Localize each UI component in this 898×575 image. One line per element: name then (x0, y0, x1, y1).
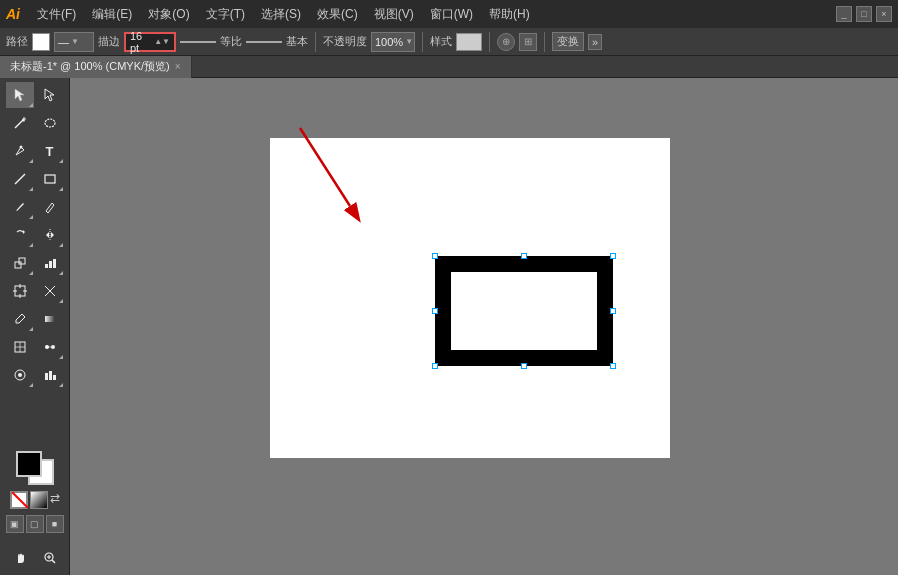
stroke-type-select[interactable]: — ▼ (54, 32, 94, 52)
menu-file[interactable]: 文件(F) (30, 4, 83, 25)
ratio-line-sample (246, 41, 282, 43)
tool-row-1 (6, 82, 64, 108)
tool-zoom[interactable] (36, 545, 64, 571)
tool-paintbrush[interactable] (6, 194, 34, 220)
tool-scale[interactable] (6, 250, 34, 276)
tool-text-arrow (59, 159, 63, 163)
tool-row-7 (6, 250, 64, 276)
app-logo: Ai (6, 6, 20, 22)
menu-select[interactable]: 选择(S) (254, 4, 308, 25)
tool-lasso[interactable] (36, 110, 64, 136)
svg-point-7 (19, 146, 22, 149)
view-modes-row: ▣ ▢ ■ (6, 515, 64, 533)
close-button[interactable]: × (876, 6, 892, 22)
style-label: 样式 (430, 34, 452, 49)
tool-gradient[interactable] (36, 306, 64, 332)
opacity-input[interactable]: 100% ▼ (371, 32, 415, 52)
menu-edit[interactable]: 编辑(E) (85, 4, 139, 25)
tool-pencil[interactable] (36, 194, 64, 220)
grid-icon[interactable]: ⊞ (519, 33, 537, 51)
svg-line-25 (22, 314, 25, 317)
menu-text[interactable]: 文字(T) (199, 4, 252, 25)
path-shape (435, 256, 613, 366)
svg-line-10 (46, 211, 48, 213)
tool-line-arrow (29, 187, 33, 191)
tool-magic-wand[interactable] (6, 110, 34, 136)
stroke-type-label: — (58, 36, 69, 48)
stroke-value-text: 16 pt (130, 30, 154, 54)
handle-bottom-right[interactable] (610, 363, 616, 369)
tool-rect[interactable] (36, 166, 64, 192)
tool-direct-select[interactable] (36, 82, 64, 108)
canvas-area[interactable] (70, 78, 898, 575)
maximize-button[interactable]: □ (856, 6, 872, 22)
svg-marker-13 (46, 232, 49, 238)
line-sample (180, 41, 216, 43)
menu-window[interactable]: 窗口(W) (423, 4, 480, 25)
main-area: T (0, 78, 898, 575)
tool-column-graph[interactable] (36, 362, 64, 388)
svg-line-2 (15, 120, 23, 128)
svg-marker-11 (23, 230, 25, 234)
ratio-label: 等比 (220, 34, 242, 49)
stroke-label: 描边 (98, 34, 120, 49)
menu-help[interactable]: 帮助(H) (482, 4, 537, 25)
no-color-mode[interactable] (10, 491, 28, 509)
tool-mirror[interactable] (36, 222, 64, 248)
canvas-tab[interactable]: 未标题-1* @ 100% (CMYK/预览) × (0, 56, 192, 78)
tool-text[interactable]: T (36, 138, 64, 164)
tool-column-graph-arrow (59, 383, 63, 387)
tool-hand[interactable] (6, 545, 34, 571)
transform-expand-arrow[interactable]: » (588, 34, 602, 50)
gradient-mode[interactable] (30, 491, 48, 509)
stroke-value-input[interactable]: 16 pt ▲▼ (124, 32, 176, 52)
handle-top-left[interactable] (432, 253, 438, 259)
tool-row-bottom (6, 545, 64, 571)
handle-middle-left[interactable] (432, 308, 438, 314)
tool-row-10 (6, 334, 64, 360)
window-controls: _ □ × (836, 6, 892, 22)
handle-bottom-center[interactable] (521, 363, 527, 369)
tool-blend[interactable] (36, 334, 64, 360)
divider-3 (489, 32, 490, 52)
normal-view-btn[interactable]: ▣ (6, 515, 24, 533)
tool-row-8 (6, 278, 64, 304)
tab-close-button[interactable]: × (175, 61, 181, 72)
handle-bottom-left[interactable] (432, 363, 438, 369)
tool-line[interactable] (6, 166, 34, 192)
tool-slice[interactable] (36, 278, 64, 304)
tool-row-11 (6, 362, 64, 388)
menu-bar: 文件(F) 编辑(E) 对象(O) 文字(T) 选择(S) 效果(C) 视图(V… (30, 4, 537, 25)
handle-middle-right[interactable] (610, 308, 616, 314)
menu-effect[interactable]: 效果(C) (310, 4, 365, 25)
tool-rotate[interactable] (6, 222, 34, 248)
fill-swatch[interactable] (32, 33, 50, 51)
tool-artboard[interactable] (6, 278, 34, 304)
tool-graph[interactable] (36, 250, 64, 276)
handle-top-center[interactable] (521, 253, 527, 259)
style-swatch[interactable] (456, 33, 482, 51)
tool-mesh[interactable] (6, 334, 34, 360)
menu-view[interactable]: 视图(V) (367, 4, 421, 25)
tool-eyedrop-arrow (29, 327, 33, 331)
swap-colors-icon[interactable]: ⇄ (50, 491, 60, 509)
menu-object[interactable]: 对象(O) (141, 4, 196, 25)
stroke-value-arrow: ▲▼ (154, 37, 170, 46)
globe-icon[interactable]: ⊕ (497, 33, 515, 51)
tool-select[interactable] (6, 82, 34, 108)
full-view-btn[interactable]: ▢ (26, 515, 44, 533)
tab-title: 未标题-1* @ 100% (CMYK/预览) (10, 59, 170, 74)
tool-pen[interactable] (6, 138, 34, 164)
full-black-view-btn[interactable]: ■ (46, 515, 64, 533)
svg-rect-9 (45, 175, 55, 183)
tool-eyedrop[interactable] (6, 306, 34, 332)
tool-mirror-arrow (59, 243, 63, 247)
tool-symbol[interactable] (6, 362, 34, 388)
transform-button[interactable]: 变换 (552, 32, 584, 51)
color-swatch-wrapper (16, 451, 54, 485)
minimize-button[interactable]: _ (836, 6, 852, 22)
foreground-color[interactable] (16, 451, 42, 477)
drawn-object[interactable] (435, 256, 613, 366)
handle-top-right[interactable] (610, 253, 616, 259)
toolbar: T (0, 78, 70, 575)
